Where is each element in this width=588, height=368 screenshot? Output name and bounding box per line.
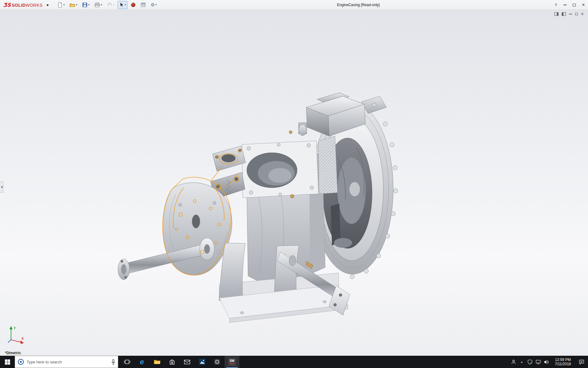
new-document-icon [57, 2, 63, 8]
solidworks-app-icon: SW 2017 [228, 358, 236, 366]
windows-taskbar: e [0, 356, 588, 368]
taskbar-clock[interactable]: 12:59 PM 7/11/2018 [551, 358, 575, 366]
file-explorer-icon [154, 359, 160, 365]
design-table-button[interactable] [139, 1, 147, 9]
people-button[interactable] [509, 356, 518, 368]
help-button[interactable]: ? [551, 0, 560, 10]
task-view-icon [124, 359, 130, 364]
edge-icon: e [140, 358, 144, 366]
open-folder-icon [70, 2, 75, 8]
menu-flyout-arrow-icon[interactable]: ▶ [47, 3, 49, 6]
volume-icon [544, 360, 549, 364]
doc-close-button[interactable]: × [581, 12, 584, 17]
print-button[interactable]: ▾ [93, 1, 104, 9]
doc-restore-button[interactable] [575, 13, 578, 15]
edge-button[interactable]: e [134, 356, 149, 368]
minimize-icon [564, 5, 567, 5]
triad-x-label: X [21, 337, 24, 340]
microphone-icon[interactable] [111, 359, 115, 365]
search-input[interactable] [27, 360, 111, 364]
new-document-button[interactable]: ▾ [56, 1, 66, 9]
save-button[interactable]: ▾ [81, 1, 91, 9]
network-tray-button[interactable] [534, 356, 542, 368]
mail-button[interactable] [179, 356, 194, 368]
clock-date: 7/11/2018 [551, 362, 575, 366]
taskbar-apps: e [119, 356, 239, 368]
task-pane-icon[interactable] [562, 12, 566, 16]
minimize-button[interactable] [560, 0, 570, 10]
volume-tray-button[interactable] [542, 356, 551, 368]
open-button[interactable]: ▾ [68, 1, 79, 9]
action-center-icon [579, 359, 584, 365]
display-pane-icon[interactable] [554, 12, 559, 16]
save-floppy-icon [82, 2, 88, 8]
defender-tray-button[interactable] [526, 356, 534, 368]
photos-icon [199, 358, 205, 365]
task-view-button[interactable] [119, 356, 134, 368]
maximize-button[interactable] [570, 0, 579, 10]
hidden-icons-button[interactable]: ▲ [518, 356, 526, 368]
options-button[interactable]: ⚙ ▾ [149, 1, 158, 9]
engine-casing-model[interactable] [0, 10, 588, 356]
doc-minimize-button[interactable] [569, 14, 572, 14]
quick-access-toolbar: ▾ ▾ ▾ ▾ [56, 1, 160, 9]
file-explorer-button[interactable] [149, 356, 164, 368]
settings-button[interactable] [209, 356, 224, 368]
undo-arrow-icon [107, 2, 112, 8]
start-button[interactable] [0, 356, 15, 368]
select-tool-button[interactable]: ▾ [118, 1, 127, 9]
close-button[interactable]: × [579, 0, 588, 10]
photos-button[interactable] [194, 356, 209, 368]
solidworks-taskbar-button[interactable]: SW 2017 [224, 356, 239, 368]
cortana-icon [17, 358, 24, 365]
maximize-icon [573, 4, 576, 6]
printer-icon [94, 2, 100, 8]
appearance-sphere-icon [131, 2, 136, 7]
options-gear-icon: ⚙ [151, 2, 155, 8]
shield-icon [528, 359, 532, 364]
settings-gear-icon [214, 358, 221, 365]
system-tray: ▲ 12:59 PM 7/11/2018 [509, 356, 588, 368]
featuremanager-flyout-tab[interactable] [0, 182, 3, 193]
undo-button[interactable]: ▾ [105, 1, 116, 9]
ethernet-network-icon [536, 360, 541, 364]
action-center-button[interactable] [575, 356, 588, 368]
chevron-up-icon: ▲ [521, 361, 523, 363]
select-cursor-icon [119, 2, 124, 8]
store-button[interactable] [164, 356, 179, 368]
clock-time: 12:59 PM [551, 358, 575, 362]
windows-logo-icon [5, 359, 10, 365]
intake-flange[interactable] [242, 136, 337, 198]
people-icon [511, 359, 516, 364]
dassault-3ds-logo-icon: ƷS [3, 2, 11, 8]
brand-name-bold: SOLID [12, 3, 25, 8]
orientation-triad: Y X [6, 325, 26, 345]
triad-y-label: Y [13, 326, 16, 330]
document-window-controls: × [554, 12, 584, 17]
window-title: EngineCasing [Read-only] [306, 3, 410, 7]
design-table-icon [141, 2, 146, 7]
taskbar-search[interactable] [15, 356, 118, 368]
collapse-arrow-icon [1, 186, 2, 188]
solidworks-logo: ƷS SOLIDWORKS [3, 2, 43, 8]
window-controls: ? × [551, 0, 588, 10]
view-orientation-label: *Dimetric [5, 351, 21, 355]
appearances-button[interactable] [129, 1, 137, 9]
store-icon [169, 359, 175, 365]
title-bar: ƷS SOLIDWORKS ▶ ▾ ▾ ▾ [0, 0, 588, 10]
graphics-viewport[interactable]: × Y X *Dimetric [0, 10, 588, 356]
brand-name-light: WORKS [26, 3, 43, 8]
mail-icon [184, 360, 190, 364]
